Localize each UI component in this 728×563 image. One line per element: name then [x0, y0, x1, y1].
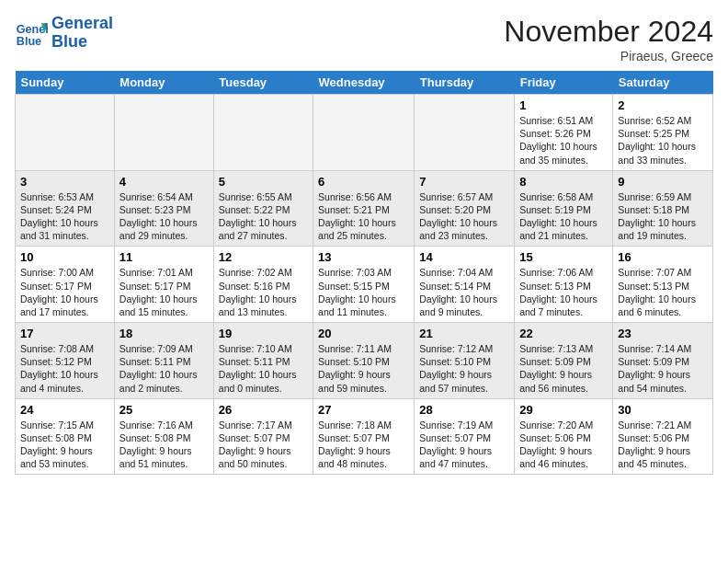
calendar-cell: 22Sunrise: 7:13 AM Sunset: 5:09 PM Dayli…	[515, 323, 613, 399]
day-number: 10	[20, 250, 109, 264]
logo: General Blue General Blue	[15, 15, 113, 52]
day-info: Sunrise: 7:06 AM Sunset: 5:13 PM Dayligh…	[519, 266, 608, 318]
calendar-cell: 16Sunrise: 7:07 AM Sunset: 5:13 PM Dayli…	[613, 247, 713, 323]
calendar-cell: 2Sunrise: 6:52 AM Sunset: 5:25 PM Daylig…	[613, 95, 713, 171]
month-title: November 2024	[504, 15, 713, 49]
calendar-cell: 7Sunrise: 6:57 AM Sunset: 5:20 PM Daylig…	[415, 170, 515, 247]
day-number: 8	[519, 175, 608, 189]
location: Piraeus, Greece	[504, 49, 713, 63]
day-number: 28	[419, 403, 509, 417]
calendar-cell: 28Sunrise: 7:19 AM Sunset: 5:07 PM Dayli…	[415, 398, 515, 475]
day-info: Sunrise: 7:02 AM Sunset: 5:16 PM Dayligh…	[219, 266, 308, 318]
weekday-header-sunday: Sunday	[16, 71, 115, 95]
day-number: 30	[618, 403, 708, 417]
calendar-cell: 19Sunrise: 7:10 AM Sunset: 5:11 PM Dayli…	[213, 323, 313, 399]
day-number: 19	[219, 327, 308, 340]
day-info: Sunrise: 6:53 AM Sunset: 5:24 PM Dayligh…	[20, 190, 109, 243]
calendar-cell	[16, 95, 115, 171]
day-info: Sunrise: 7:09 AM Sunset: 5:11 PM Dayligh…	[119, 342, 209, 395]
day-number: 5	[219, 175, 308, 189]
day-info: Sunrise: 7:18 AM Sunset: 5:07 PM Dayligh…	[318, 419, 409, 471]
calendar-cell: 30Sunrise: 7:21 AM Sunset: 5:06 PM Dayli…	[613, 398, 713, 475]
calendar-cell: 9Sunrise: 6:59 AM Sunset: 5:18 PM Daylig…	[613, 170, 713, 247]
calendar-cell	[313, 95, 415, 171]
calendar-cell	[415, 95, 515, 171]
calendar-cell: 6Sunrise: 6:56 AM Sunset: 5:21 PM Daylig…	[313, 170, 415, 247]
day-number: 13	[318, 250, 409, 264]
day-number: 18	[119, 327, 209, 340]
calendar-cell: 23Sunrise: 7:14 AM Sunset: 5:09 PM Dayli…	[613, 323, 713, 399]
title-block: November 2024 Piraeus, Greece	[504, 15, 713, 63]
day-info: Sunrise: 6:54 AM Sunset: 5:23 PM Dayligh…	[119, 190, 209, 243]
day-number: 2	[618, 98, 708, 112]
day-info: Sunrise: 7:13 AM Sunset: 5:09 PM Dayligh…	[519, 342, 608, 395]
logo-icon: General Blue	[15, 17, 48, 50]
calendar-cell: 29Sunrise: 7:20 AM Sunset: 5:06 PM Dayli…	[515, 398, 613, 475]
day-info: Sunrise: 7:15 AM Sunset: 5:08 PM Dayligh…	[20, 419, 109, 471]
calendar-cell: 11Sunrise: 7:01 AM Sunset: 5:17 PM Dayli…	[114, 247, 213, 323]
weekday-header-wednesday: Wednesday	[313, 71, 415, 95]
day-info: Sunrise: 7:17 AM Sunset: 5:07 PM Dayligh…	[219, 419, 308, 471]
day-number: 3	[20, 175, 109, 189]
day-number: 20	[318, 327, 409, 340]
weekday-header-monday: Monday	[114, 71, 213, 95]
day-number: 22	[519, 327, 608, 340]
calendar-cell: 15Sunrise: 7:06 AM Sunset: 5:13 PM Dayli…	[515, 247, 613, 323]
calendar-cell: 25Sunrise: 7:16 AM Sunset: 5:08 PM Dayli…	[114, 398, 213, 475]
page-header: General Blue General Blue November 2024 …	[15, 15, 713, 63]
day-info: Sunrise: 6:51 AM Sunset: 5:26 PM Dayligh…	[519, 114, 608, 167]
day-info: Sunrise: 7:14 AM Sunset: 5:09 PM Dayligh…	[618, 342, 708, 395]
day-number: 9	[618, 175, 708, 189]
calendar-cell	[213, 95, 313, 171]
day-info: Sunrise: 7:04 AM Sunset: 5:14 PM Dayligh…	[419, 266, 509, 318]
day-number: 4	[119, 175, 209, 189]
day-number: 14	[419, 250, 509, 264]
calendar-cell: 13Sunrise: 7:03 AM Sunset: 5:15 PM Dayli…	[313, 247, 415, 323]
day-number: 11	[119, 250, 209, 264]
day-info: Sunrise: 7:01 AM Sunset: 5:17 PM Dayligh…	[119, 266, 209, 318]
calendar-cell: 20Sunrise: 7:11 AM Sunset: 5:10 PM Dayli…	[313, 323, 415, 399]
day-number: 1	[519, 98, 608, 112]
day-number: 17	[20, 327, 109, 340]
day-info: Sunrise: 7:20 AM Sunset: 5:06 PM Dayligh…	[519, 419, 608, 471]
day-info: Sunrise: 6:59 AM Sunset: 5:18 PM Dayligh…	[618, 190, 708, 243]
day-number: 6	[318, 175, 409, 189]
week-row-5: 24Sunrise: 7:15 AM Sunset: 5:08 PM Dayli…	[16, 398, 713, 475]
calendar-cell: 26Sunrise: 7:17 AM Sunset: 5:07 PM Dayli…	[213, 398, 313, 475]
day-info: Sunrise: 7:03 AM Sunset: 5:15 PM Dayligh…	[318, 266, 409, 318]
calendar-cell: 3Sunrise: 6:53 AM Sunset: 5:24 PM Daylig…	[16, 170, 115, 247]
day-number: 27	[318, 403, 409, 417]
day-info: Sunrise: 7:00 AM Sunset: 5:17 PM Dayligh…	[20, 266, 109, 318]
calendar-cell: 21Sunrise: 7:12 AM Sunset: 5:10 PM Dayli…	[415, 323, 515, 399]
calendar-table: SundayMondayTuesdayWednesdayThursdayFrid…	[15, 71, 713, 475]
day-number: 25	[119, 403, 209, 417]
day-info: Sunrise: 7:16 AM Sunset: 5:08 PM Dayligh…	[119, 419, 209, 471]
week-row-2: 3Sunrise: 6:53 AM Sunset: 5:24 PM Daylig…	[16, 170, 713, 247]
calendar-cell: 8Sunrise: 6:58 AM Sunset: 5:19 PM Daylig…	[515, 170, 613, 247]
day-number: 7	[419, 175, 509, 189]
calendar-cell: 4Sunrise: 6:54 AM Sunset: 5:23 PM Daylig…	[114, 170, 213, 247]
day-info: Sunrise: 7:07 AM Sunset: 5:13 PM Dayligh…	[618, 266, 708, 318]
week-row-1: 1Sunrise: 6:51 AM Sunset: 5:26 PM Daylig…	[16, 95, 713, 171]
day-number: 26	[219, 403, 308, 417]
day-number: 16	[618, 250, 708, 264]
day-info: Sunrise: 7:12 AM Sunset: 5:10 PM Dayligh…	[419, 342, 509, 395]
day-number: 23	[618, 327, 708, 340]
day-number: 29	[519, 403, 608, 417]
weekday-header-saturday: Saturday	[613, 71, 713, 95]
calendar-cell: 10Sunrise: 7:00 AM Sunset: 5:17 PM Dayli…	[16, 247, 115, 323]
day-number: 15	[519, 250, 608, 264]
calendar-cell	[114, 95, 213, 171]
calendar-cell: 18Sunrise: 7:09 AM Sunset: 5:11 PM Dayli…	[114, 323, 213, 399]
day-info: Sunrise: 6:58 AM Sunset: 5:19 PM Dayligh…	[519, 190, 608, 243]
day-info: Sunrise: 7:11 AM Sunset: 5:10 PM Dayligh…	[318, 342, 409, 395]
day-info: Sunrise: 6:55 AM Sunset: 5:22 PM Dayligh…	[219, 190, 308, 243]
week-row-3: 10Sunrise: 7:00 AM Sunset: 5:17 PM Dayli…	[16, 247, 713, 323]
day-info: Sunrise: 6:57 AM Sunset: 5:20 PM Dayligh…	[419, 190, 509, 243]
weekday-header-thursday: Thursday	[415, 71, 515, 95]
day-info: Sunrise: 6:52 AM Sunset: 5:25 PM Dayligh…	[618, 114, 708, 167]
calendar-cell: 1Sunrise: 6:51 AM Sunset: 5:26 PM Daylig…	[515, 95, 613, 171]
day-info: Sunrise: 6:56 AM Sunset: 5:21 PM Dayligh…	[318, 190, 409, 243]
calendar-cell: 17Sunrise: 7:08 AM Sunset: 5:12 PM Dayli…	[16, 323, 115, 399]
day-info: Sunrise: 7:10 AM Sunset: 5:11 PM Dayligh…	[219, 342, 308, 395]
